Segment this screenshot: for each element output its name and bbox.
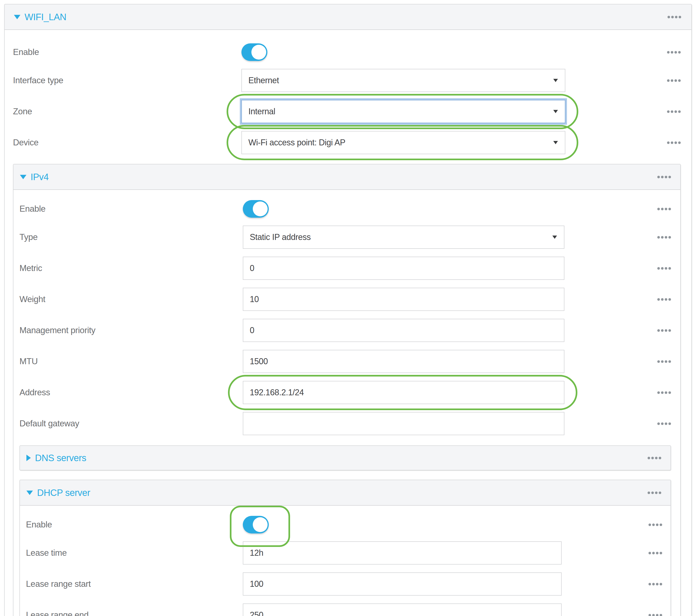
dropdown-caret-icon xyxy=(553,141,558,144)
management-priority-label: Management priority xyxy=(19,325,243,335)
row-menu-button[interactable] xyxy=(667,141,681,144)
enable-row: Enable xyxy=(13,43,681,61)
lease-range-start-row: Lease range start xyxy=(26,572,662,596)
section-menu-button[interactable] xyxy=(648,457,661,459)
row-menu-button[interactable] xyxy=(657,329,671,332)
lease-range-end-label: Lease range end xyxy=(26,610,243,616)
section-title: IPv4 xyxy=(31,172,49,182)
default-gateway-input[interactable] xyxy=(243,412,565,435)
dhcp-server-section-header[interactable]: DHCP server xyxy=(20,480,670,506)
dropdown-caret-icon xyxy=(552,235,557,239)
row-menu-button[interactable] xyxy=(649,614,662,616)
dhcp-enable-row: Enable xyxy=(26,516,662,534)
ipv4-section-header[interactable]: IPv4 xyxy=(13,164,680,190)
interface-type-label: Interface type xyxy=(13,76,241,85)
zone-label: Zone xyxy=(13,107,241,117)
row-menu-button[interactable] xyxy=(667,79,681,82)
metric-label: Metric xyxy=(19,263,243,273)
ipv4-type-select[interactable]: Static IP address xyxy=(243,226,565,249)
row-menu-button[interactable] xyxy=(657,208,671,210)
row-menu-button[interactable] xyxy=(649,583,662,585)
address-input[interactable] xyxy=(243,381,565,404)
toggle-knob xyxy=(251,45,266,60)
wifi-lan-section-header[interactable]: WIFI_LAN xyxy=(5,4,691,30)
zone-row: Zone Internal xyxy=(13,100,681,123)
ipv4-type-label: Type xyxy=(19,232,243,242)
toggle-knob xyxy=(253,201,268,216)
section-title: DNS servers xyxy=(35,453,86,463)
dhcp-enable-toggle[interactable] xyxy=(243,516,269,534)
weight-input[interactable] xyxy=(243,288,565,311)
row-menu-button[interactable] xyxy=(649,523,662,526)
ipv4-enable-label: Enable xyxy=(19,204,243,214)
weight-row: Weight xyxy=(19,288,671,311)
address-label: Address xyxy=(19,388,243,397)
dhcp-server-body: Enable Lease time xyxy=(20,506,670,616)
metric-row: Metric xyxy=(19,257,671,280)
collapse-arrow-icon xyxy=(27,491,33,495)
row-menu-button[interactable] xyxy=(657,267,671,270)
interface-type-value: Ethernet xyxy=(248,76,279,85)
section-menu-button[interactable] xyxy=(667,16,681,18)
address-row: Address xyxy=(19,381,671,404)
ipv4-type-row: Type Static IP address xyxy=(19,226,671,249)
default-gateway-label: Default gateway xyxy=(19,419,243,429)
device-select[interactable]: Wi-Fi access point: Digi AP xyxy=(241,131,565,154)
default-gateway-row: Default gateway xyxy=(19,412,671,435)
dns-servers-section-header[interactable]: DNS servers xyxy=(19,445,671,471)
mtu-label: MTU xyxy=(19,357,243,366)
zone-select[interactable]: Internal xyxy=(241,100,565,123)
lease-range-end-row: Lease range end xyxy=(26,603,662,616)
expand-arrow-icon xyxy=(27,455,31,461)
lease-time-label: Lease time xyxy=(26,548,243,558)
enable-toggle[interactable] xyxy=(241,43,267,61)
dropdown-caret-icon xyxy=(553,79,558,82)
ipv4-type-value: Static IP address xyxy=(250,232,311,242)
ipv4-enable-toggle[interactable] xyxy=(243,200,269,218)
management-priority-row: Management priority xyxy=(19,319,671,342)
mtu-row: MTU xyxy=(19,350,671,373)
interface-type-select[interactable]: Ethernet xyxy=(241,69,565,92)
dhcp-server-panel: DHCP server Enable xyxy=(19,480,671,616)
lease-time-row: Lease time xyxy=(26,541,662,565)
ipv4-body: Enable Type Static IP address xyxy=(13,190,680,616)
row-menu-button[interactable] xyxy=(667,110,681,113)
ipv4-enable-row: Enable xyxy=(19,200,671,218)
ipv4-panel: IPv4 Enable Type xyxy=(13,164,681,616)
interface-type-row: Interface type Ethernet xyxy=(13,69,681,92)
row-menu-button[interactable] xyxy=(657,360,671,363)
toggle-knob xyxy=(253,517,268,532)
enable-label: Enable xyxy=(13,47,241,57)
device-value: Wi-Fi access point: Digi AP xyxy=(248,138,346,148)
row-menu-button[interactable] xyxy=(657,298,671,301)
zone-value: Internal xyxy=(248,107,275,117)
collapse-arrow-icon xyxy=(20,175,27,179)
metric-input[interactable] xyxy=(243,257,565,280)
section-menu-button[interactable] xyxy=(648,492,661,494)
section-title: WIFI_LAN xyxy=(25,12,66,22)
dropdown-caret-icon xyxy=(553,110,558,113)
mtu-input[interactable] xyxy=(243,350,565,373)
row-menu-button[interactable] xyxy=(657,391,671,394)
interface-settings-page: WIFI_LAN Enable Interface type Ethernet xyxy=(0,0,696,616)
weight-label: Weight xyxy=(19,294,243,304)
section-title: DHCP server xyxy=(37,488,90,498)
lease-time-input[interactable] xyxy=(243,541,561,565)
wifi-lan-body: Enable Interface type Ethernet Zone xyxy=(5,30,691,616)
dhcp-enable-label: Enable xyxy=(26,520,243,529)
device-row: Device Wi-Fi access point: Digi AP xyxy=(13,131,681,154)
lease-range-start-label: Lease range start xyxy=(26,579,243,589)
management-priority-input[interactable] xyxy=(243,319,565,342)
lease-range-end-input[interactable] xyxy=(243,603,561,616)
device-label: Device xyxy=(13,138,241,148)
row-menu-button[interactable] xyxy=(667,51,681,53)
row-menu-button[interactable] xyxy=(657,236,671,238)
row-menu-button[interactable] xyxy=(657,422,671,425)
row-menu-button[interactable] xyxy=(649,552,662,554)
wifi-lan-panel: WIFI_LAN Enable Interface type Ethernet xyxy=(4,4,692,616)
section-menu-button[interactable] xyxy=(657,176,671,178)
collapse-arrow-icon xyxy=(14,15,20,19)
lease-range-start-input[interactable] xyxy=(243,572,561,596)
